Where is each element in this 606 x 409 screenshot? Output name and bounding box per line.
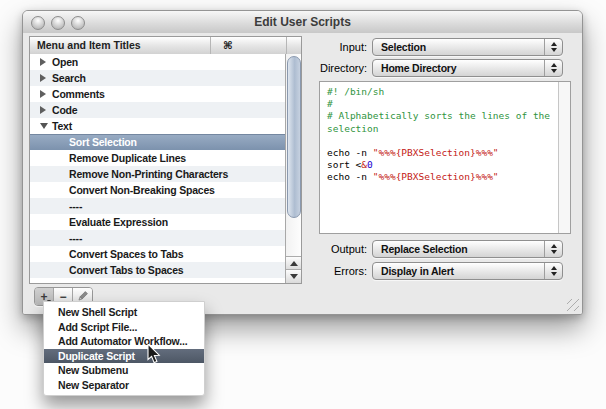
output-row: Output: Replace Selection (317, 240, 571, 258)
list-item-label: Remove Duplicate Lines (69, 150, 186, 166)
input-popup[interactable]: Selection (372, 38, 563, 56)
window-title: Edit User Scripts (23, 15, 582, 29)
directory-popup-value: Home Directory (373, 62, 544, 74)
directory-label: Directory: (317, 62, 367, 74)
window-content: Menu and Item Titles ⌘ OpenSearchComment… (23, 33, 582, 314)
disclosure-closed-icon[interactable] (40, 74, 46, 82)
list-item-label: Text (52, 118, 72, 134)
menu-item[interactable]: Add Script File... (44, 320, 204, 335)
list-scrollbar-thumb[interactable] (287, 56, 301, 218)
input-label: Input: (317, 41, 367, 53)
scroll-up-button[interactable] (286, 256, 301, 270)
list-item-label: Comments (52, 86, 105, 102)
errors-popup-value: Display in Alert (373, 265, 544, 277)
list-item-label: Convert Non-Breaking Spaces (69, 182, 215, 198)
list-item-label: ---- (69, 198, 82, 214)
list-item[interactable]: Sort Selection (30, 134, 287, 150)
list-item-label: Search (52, 70, 86, 86)
list-item-label: ---- (69, 230, 82, 246)
code-line: selection (327, 123, 559, 135)
list-header: Menu and Item Titles ⌘ (30, 37, 301, 55)
code-line: sort <&0 (327, 159, 559, 171)
output-label: Output: (317, 243, 367, 255)
disclosure-closed-icon[interactable] (40, 106, 46, 114)
list-item[interactable]: Search (30, 70, 287, 86)
list-item-label: Sort Selection (69, 135, 137, 150)
list-item[interactable]: Convert Spaces to Tabs (30, 246, 287, 262)
column-header-titles[interactable]: Menu and Item Titles (30, 37, 211, 54)
list-item-label: ---- (69, 278, 82, 283)
errors-row: Errors: Display in Alert (317, 262, 571, 280)
menu-item[interactable]: New Shell Script (44, 305, 204, 320)
code-line: #! /bin/sh (327, 86, 559, 98)
titlebar[interactable]: Edit User Scripts (23, 11, 582, 34)
list-item-label: Convert Spaces to Tabs (69, 246, 183, 262)
input-popup-value: Selection (373, 41, 544, 53)
directory-popup[interactable]: Home Directory (372, 59, 563, 77)
output-popup-value: Replace Selection (373, 243, 544, 255)
list-item[interactable]: Remove Duplicate Lines (30, 150, 287, 166)
list-item[interactable]: Convert Non-Breaking Spaces (30, 182, 287, 198)
column-header-spacer (287, 37, 301, 54)
list-item-label: Evaluate Expression (69, 214, 168, 230)
edit-user-scripts-window: Edit User Scripts Menu and Item Titles ⌘… (22, 10, 583, 315)
list-item[interactable]: Evaluate Expression (30, 214, 287, 230)
list-scrollbar[interactable] (285, 54, 301, 283)
menu-item[interactable]: New Submenu (44, 363, 204, 378)
popup-arrows-icon (544, 241, 562, 257)
menu-item[interactable]: Duplicate Script (44, 349, 204, 364)
add-script-menu: New Shell ScriptAdd Script File...Add Au… (43, 301, 205, 396)
popup-arrows-icon (544, 39, 562, 55)
disclosure-open-icon[interactable] (40, 123, 48, 129)
list-item[interactable]: ---- (30, 230, 287, 246)
resize-grip[interactable] (567, 299, 579, 311)
list-item[interactable]: Remove Non-Printing Characters (30, 166, 287, 182)
script-list: Menu and Item Titles ⌘ OpenSearchComment… (29, 36, 302, 284)
code-line (327, 135, 559, 147)
list-item[interactable]: ---- (30, 198, 287, 214)
list-item[interactable]: Convert Tabs to Spaces (30, 262, 287, 278)
scroll-down-button[interactable] (286, 269, 301, 283)
code-line: # Alphabetically sorts the lines of the (327, 110, 559, 122)
code-line: # (327, 98, 559, 110)
errors-popup[interactable]: Display in Alert (372, 262, 563, 280)
popup-arrows-icon (544, 60, 562, 76)
list-item[interactable]: Code (30, 102, 287, 118)
list-item[interactable]: Comments (30, 86, 287, 102)
arrow-up-icon (290, 261, 298, 266)
script-editor[interactable]: #! /bin/sh## Alphabetically sorts the li… (319, 81, 571, 234)
list-item[interactable]: ---- (30, 278, 287, 283)
list-item[interactable]: Text (30, 118, 287, 134)
list-item-label: Convert Tabs to Spaces (69, 262, 183, 278)
editor-scrollbar[interactable] (558, 82, 570, 233)
arrow-down-icon (290, 274, 298, 279)
code-line: echo -n "%%%{PBXSelection}%%%" (327, 171, 559, 183)
script-settings-panel: Input: Selection Directory: Home Directo… (317, 36, 571, 282)
output-popup[interactable]: Replace Selection (372, 240, 563, 258)
errors-label: Errors: (317, 265, 367, 277)
list-item-label: Code (52, 102, 77, 118)
list-item-label: Remove Non-Printing Characters (69, 166, 228, 182)
column-header-shortcut[interactable]: ⌘ (211, 37, 287, 54)
list-item[interactable]: Open (30, 54, 287, 70)
desktop: Edit User Scripts Menu and Item Titles ⌘… (0, 0, 606, 409)
code-line: echo -n "%%%{PBXSelection}%%%" (327, 147, 559, 159)
disclosure-closed-icon[interactable] (40, 90, 46, 98)
directory-row: Directory: Home Directory (317, 59, 571, 77)
list-item-label: Open (52, 54, 78, 70)
menu-item[interactable]: New Separator (44, 378, 204, 393)
script-editor-text[interactable]: #! /bin/sh## Alphabetically sorts the li… (320, 82, 559, 233)
script-list-rows: OpenSearchCommentsCodeTextSort Selection… (30, 54, 287, 283)
menu-item[interactable]: Add Automator Workflow... (44, 334, 204, 349)
input-row: Input: Selection (317, 38, 571, 56)
popup-arrows-icon (544, 263, 562, 279)
disclosure-closed-icon[interactable] (40, 58, 46, 66)
